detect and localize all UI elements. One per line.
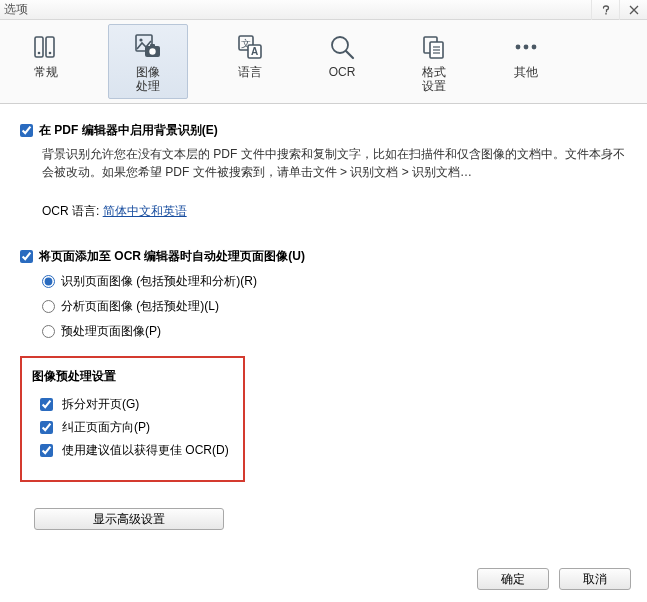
window-close-button[interactable] [619,0,647,20]
show-advanced-button[interactable]: 显示高级设置 [34,508,224,530]
tab-format[interactable]: 格式 设置 [404,24,464,99]
svg-text:A: A [251,46,258,57]
image-processing-icon [132,31,164,63]
tab-language-label: 语言 [238,65,262,79]
tab-general-label: 常规 [34,65,58,79]
preprocessing-group: 图像预处理设置 拆分对开页(G) 纠正页面方向(P) 使用建议值以获得更佳 OC… [20,356,245,482]
window-title: 选项 [4,1,591,18]
correct-orientation-checkbox[interactable] [40,421,53,434]
tab-general[interactable]: 常规 [16,24,76,84]
language-icon: 文A [234,31,266,63]
split-facing-checkbox[interactable] [40,398,53,411]
enable-bg-recognition-checkbox[interactable] [20,124,33,137]
radio-analyze-label: 分析页面图像 (包括预处理)(L) [61,298,219,315]
svg-point-5 [139,38,142,41]
correct-orientation-label: 纠正页面方向(P) [62,419,150,436]
svg-point-3 [49,52,52,55]
close-icon [629,5,639,15]
svg-point-20 [516,45,521,50]
other-icon [510,31,542,63]
general-icon [30,31,62,63]
window-help-button[interactable] [591,0,619,20]
recommended-ocr-checkbox[interactable] [40,444,53,457]
svg-point-7 [149,48,155,54]
radio-recognize[interactable] [42,275,55,288]
enable-bg-recognition-label: 在 PDF 编辑器中启用背景识别(E) [39,122,218,139]
tab-ocr-label: OCR [329,65,356,79]
help-icon [601,5,611,15]
tab-format-label: 格式 设置 [422,65,446,94]
tab-ocr[interactable]: OCR [312,24,372,84]
tab-other-label: 其他 [514,65,538,79]
tab-language[interactable]: 文A 语言 [220,24,280,84]
ocr-icon [326,31,358,63]
tab-image-processing[interactable]: 图像 处理 [108,24,188,99]
format-icon [418,31,450,63]
preprocessing-title: 图像预处理设置 [32,368,229,385]
svg-point-21 [524,45,529,50]
ocr-language-link[interactable]: 简体中文和英语 [103,204,187,218]
tab-other[interactable]: 其他 [496,24,556,84]
bg-recognition-desc: 背景识别允许您在没有文本层的 PDF 文件中搜索和复制文字，比如在扫描件和仅含图… [42,145,627,181]
radio-analyze[interactable] [42,300,55,313]
tab-image-processing-label: 图像 处理 [136,65,160,94]
auto-process-label: 将页面添加至 OCR 编辑器时自动处理页面图像(U) [39,248,305,265]
radio-recognize-label: 识别页面图像 (包括预处理和分析)(R) [61,273,257,290]
ok-button[interactable]: 确定 [477,568,549,590]
radio-preprocess[interactable] [42,325,55,338]
svg-point-22 [532,45,537,50]
cancel-button[interactable]: 取消 [559,568,631,590]
ocr-language-label: OCR 语言: [42,204,99,218]
radio-preprocess-label: 预处理页面图像(P) [61,323,161,340]
svg-point-2 [38,52,41,55]
svg-rect-8 [150,44,155,47]
recommended-ocr-label: 使用建议值以获得更佳 OCR(D) [62,442,229,459]
split-facing-label: 拆分对开页(G) [62,396,139,413]
svg-line-14 [346,51,353,58]
auto-process-checkbox[interactable] [20,250,33,263]
